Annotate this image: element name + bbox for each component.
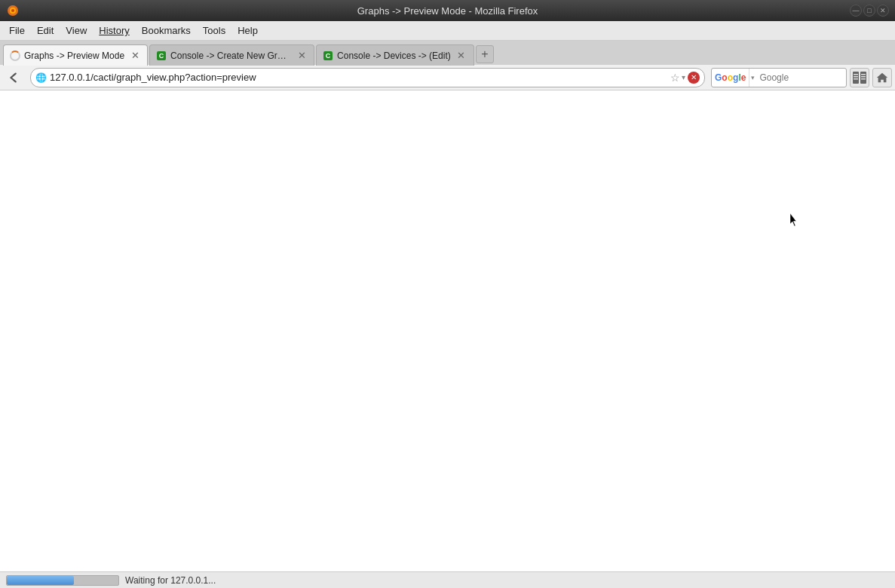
tab-label-1: Graphs -> Preview Mode <box>24 51 124 61</box>
progress-bar <box>6 575 119 586</box>
content-area <box>0 90 895 571</box>
home-button[interactable] <box>872 68 892 87</box>
tab-graphs-preview[interactable]: Graphs -> Preview Mode ✕ <box>3 44 148 66</box>
title-bar: Graphs -> Preview Mode - Mozilla Firefox… <box>0 0 895 21</box>
svg-rect-8 <box>860 72 866 84</box>
svg-rect-14 <box>861 78 866 80</box>
search-dropdown-icon[interactable]: ▾ <box>749 74 756 81</box>
mouse-cursor <box>790 213 799 227</box>
back-button[interactable] <box>3 67 24 88</box>
home-icon <box>875 71 889 84</box>
svg-text:C: C <box>326 52 331 60</box>
tab-label-2: Console -> Create New Grap... <box>170 51 291 61</box>
progress-fill <box>7 576 74 585</box>
reader-view-button[interactable] <box>850 68 869 87</box>
new-tab-button[interactable]: + <box>476 45 494 63</box>
svg-rect-10 <box>854 76 858 78</box>
svg-rect-12 <box>861 74 866 75</box>
tab-label-3: Console -> Devices -> (Edit) <box>337 51 451 61</box>
svg-point-2 <box>11 9 14 12</box>
menu-file[interactable]: File <box>3 23 31 38</box>
status-bar: Waiting for 127.0.0.1... <box>0 571 895 588</box>
reader-view-icon <box>852 71 867 84</box>
leaf-icon-2: C <box>156 51 167 61</box>
tab-close-2[interactable]: ✕ <box>296 50 308 62</box>
tab-bar: Graphs -> Preview Mode ✕ C Console -> Cr… <box>0 41 895 65</box>
menu-edit[interactable]: Edit <box>31 23 60 38</box>
maximize-button[interactable]: □ <box>863 5 875 17</box>
firefox-icon <box>6 4 20 17</box>
window-title: Graphs -> Preview Mode - Mozilla Firefox <box>66 5 829 17</box>
back-icon <box>7 71 20 84</box>
globe-icon: 🌐 <box>35 72 47 83</box>
loading-spinner <box>10 51 20 61</box>
menu-bookmarks[interactable]: Bookmarks <box>136 23 197 38</box>
url-dropdown-icon[interactable]: ▾ <box>682 73 685 81</box>
minimize-button[interactable]: — <box>850 5 862 17</box>
url-input[interactable] <box>50 72 669 83</box>
tab-close-1[interactable]: ✕ <box>129 50 141 62</box>
search-input[interactable] <box>756 72 847 83</box>
nav-bar: 🌐 ☆ ▾ ✕ Google ▾ <box>0 65 895 90</box>
tab-close-3[interactable]: ✕ <box>455 50 467 62</box>
svg-rect-11 <box>854 78 858 80</box>
svg-rect-9 <box>854 74 858 75</box>
status-text: Waiting for 127.0.0.1... <box>125 575 216 586</box>
menu-help[interactable]: Help <box>231 23 264 38</box>
svg-text:C: C <box>159 52 164 60</box>
leaf-icon-3: C <box>323 51 333 61</box>
menu-history[interactable]: History <box>93 23 135 38</box>
search-box[interactable]: Google ▾ <box>711 68 847 87</box>
svg-rect-13 <box>861 76 866 78</box>
svg-rect-7 <box>853 72 859 84</box>
menu-view[interactable]: View <box>60 23 93 38</box>
menu-bar: File Edit View History Bookmarks Tools H… <box>0 21 895 41</box>
url-bar[interactable]: 🌐 ☆ ▾ ✕ <box>30 68 705 87</box>
google-logo: Google <box>712 69 749 87</box>
tab-console-devices[interactable]: C Console -> Devices -> (Edit) ✕ <box>316 44 474 66</box>
menu-tools[interactable]: Tools <box>197 23 231 38</box>
close-button[interactable]: ✕ <box>877 5 889 17</box>
bookmark-star-icon[interactable]: ☆ <box>670 72 680 84</box>
stop-loading-button[interactable]: ✕ <box>688 72 700 84</box>
tab-console-create[interactable]: C Console -> Create New Grap... ✕ <box>149 44 314 66</box>
